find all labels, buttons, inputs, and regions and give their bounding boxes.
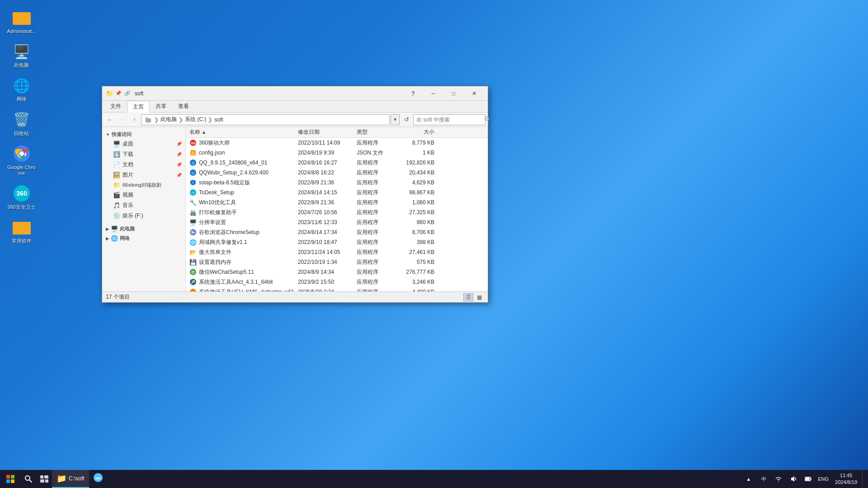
sidebar-thispc-header[interactable]: ▶ 🖥️ 此电脑: [102, 224, 185, 233]
file-name: 系统激活工具HEU_KMS_Activator_v42...: [199, 288, 296, 292]
table-row[interactable]: TD ToDesk_Setup 2024/8/14 14:15 应用程序 98,…: [186, 188, 488, 197]
sidebar-item-downloads[interactable]: ⬇️ 下载 📌: [102, 149, 185, 160]
refresh-button[interactable]: ↺: [401, 114, 412, 125]
view-details-button[interactable]: ☰: [463, 293, 473, 301]
desktop-icon-thispc-label: 此电脑: [14, 62, 29, 68]
help-button[interactable]: ?: [403, 86, 423, 101]
taskbar-item-explorer[interactable]: 📁 C:\soft: [52, 470, 89, 488]
sidebar-item-pictures[interactable]: 🖼️ 图片 📌: [102, 170, 185, 180]
sidebar-item-drivef[interactable]: 💿 娱乐 (F:): [102, 211, 185, 221]
desktop: Administrat... 🖥️ 此电脑 🌐 网络 🗑️ 回收站: [0, 0, 868, 488]
search-box[interactable]: 🔍: [413, 114, 486, 125]
table-row[interactable]: 💾 设置遮挡内存 2022/10/19 1:34 应用程序 575 KB: [186, 257, 488, 267]
hidden-icons-button[interactable]: ▲: [742, 470, 755, 488]
sidebar-item-desktop[interactable]: 🖥️ 桌面 📌: [102, 139, 185, 149]
pin-title-icon: 📌: [115, 90, 122, 97]
taskbar-item-360browser[interactable]: 360: [89, 470, 107, 488]
table-row[interactable]: Q QQWubi_Setup_2.4.629.400 2024/8/8 16:2…: [186, 168, 488, 178]
col-header-name[interactable]: 名称 ▲: [188, 128, 296, 136]
breadcrumb-item-0[interactable]: [144, 116, 153, 123]
table-row[interactable]: 🔑 系统激活工具AAct_4.3.1_64bit 2023/9/2 15:50 …: [186, 277, 488, 287]
file-name: 360驱动大师: [199, 139, 230, 147]
share-title-icon: 🔗: [124, 90, 131, 97]
desktop-icon-chrome[interactable]: Google Chrome: [5, 143, 38, 178]
taskbar: 📁 C:\soft 360 ▲ 中: [0, 470, 868, 488]
file-size-cell: 20,434 KB: [400, 169, 436, 176]
file-size-cell: 192,826 KB: [400, 160, 436, 166]
show-desktop-button[interactable]: [862, 470, 866, 488]
file-date-cell: 2022/8/9 21:36: [296, 179, 355, 186]
minimize-button[interactable]: ─: [423, 86, 443, 101]
table-row[interactable]: 📂 傲大简单文件 2023/11/24 14:05 应用程序 27,461 KB: [186, 247, 488, 257]
task-view-button[interactable]: [36, 470, 52, 488]
taskbar-clock[interactable]: 11:45 2024/8/19: [831, 470, 861, 488]
desktop-icon-360[interactable]: 360 360安全卫士: [5, 183, 38, 212]
forward-button[interactable]: →: [117, 114, 127, 125]
view-large-icons-button[interactable]: ▦: [474, 293, 484, 301]
sidebar-item-videos[interactable]: 🎬 视频: [102, 190, 185, 200]
file-type-cell: 应用程序: [355, 268, 400, 276]
tray-volume-icon[interactable]: [787, 470, 800, 488]
breadcrumb-item-1[interactable]: 此电脑: [160, 116, 178, 123]
close-button[interactable]: ✕: [464, 86, 484, 101]
table-row[interactable]: {} config.json 2024/8/19 9:39 JSON 文件 1 …: [186, 148, 488, 158]
tab-home[interactable]: 主页: [127, 101, 150, 113]
tray-input-icon[interactable]: 中: [757, 470, 770, 488]
table-row[interactable]: Q QQ_9.9.15_240808_x64_01 2024/8/16 16:2…: [186, 158, 488, 168]
360browser-taskbar-icon: 360: [94, 473, 103, 484]
sidebar-thispc-label: 此电脑: [120, 225, 135, 232]
tab-file[interactable]: 文件: [104, 100, 127, 112]
sidebar-network-header[interactable]: ▶ 🌐 网络: [102, 233, 185, 243]
col-header-size[interactable]: 大小: [400, 128, 436, 136]
table-row[interactable]: ★ 系统激活工具HEU_KMS_Activator_v42... 2025/5/…: [186, 287, 488, 291]
sidebar-item-documents[interactable]: 📄 文档 📌: [102, 160, 185, 170]
tray-network-icon[interactable]: [772, 470, 785, 488]
table-row[interactable]: 360 360驱动大师 2022/10/11 14:09 应用程序 8,779 …: [186, 138, 488, 148]
sidebar-quick-access-header[interactable]: ▼ 快速访问: [102, 129, 185, 139]
explorer-window: 📁 📌 🔗 soft ? ─ □ ✕ 文件 主页 共享 查看 ← → ↑: [102, 86, 488, 303]
table-row[interactable]: 🌐 局域网共享修复v1.1 2022/9/10 18:47 应用程序 398 K…: [186, 237, 488, 247]
file-type-cell: 应用程序: [355, 249, 400, 256]
taskbar-search-button[interactable]: [20, 470, 36, 488]
desktop-icon-software[interactable]: 常用软件: [5, 216, 38, 246]
table-row[interactable]: 🖥️ 分辨率设置 2023/11/6 12:33 应用程序 860 KB: [186, 217, 488, 227]
downloads-sidebar-icon: ⬇️: [113, 151, 120, 158]
file-name-cell: Q QQ_9.9.15_240808_x64_01: [188, 159, 296, 166]
network-icon: 🌐: [13, 76, 31, 94]
search-input[interactable]: [416, 117, 484, 123]
videos-sidebar-icon: 🎬: [113, 192, 120, 198]
breadcrumb-item-3[interactable]: soft: [213, 117, 224, 123]
col-header-date[interactable]: 修改日期: [296, 128, 355, 136]
file-date-cell: 2024/7/26 10:56: [296, 209, 355, 216]
network-tray-icon: [775, 476, 782, 482]
file-type-cell: JSON 文件: [355, 149, 400, 157]
start-button[interactable]: [0, 470, 20, 488]
tray-battery-icon[interactable]: [802, 470, 815, 488]
tab-share[interactable]: 共享: [150, 100, 172, 112]
tray-lang-icon[interactable]: ENG: [816, 470, 830, 488]
table-row[interactable]: 微 微信WeChatSetup5.11 2024/8/9 14:34 应用程序 …: [186, 267, 488, 277]
table-row[interactable]: S sstap-beta-8.5稳定版 2022/8/9 21:36 应用程序 …: [186, 178, 488, 188]
address-bar[interactable]: ❯ 此电脑 ❯ 系统 (C:) ❯ soft: [141, 114, 390, 125]
breadcrumb-item-2[interactable]: 系统 (C:): [184, 116, 207, 123]
desktop-icon-recycle[interactable]: 🗑️ 回收站: [5, 109, 38, 138]
col-header-type[interactable]: 类型: [355, 128, 400, 136]
back-button[interactable]: ←: [104, 114, 115, 125]
up-button[interactable]: ↑: [129, 114, 140, 125]
file-type-cell: 应用程序: [355, 209, 400, 216]
desktop-icon-thispc[interactable]: 🖥️ 此电脑: [5, 41, 38, 70]
desktop-icon-network[interactable]: 🌐 网络: [5, 75, 38, 104]
tab-view[interactable]: 查看: [172, 100, 195, 112]
table-row[interactable]: 🔧 Win10优化工具 2022/8/9 21:36 应用程序 1,080 KB: [186, 197, 488, 207]
file-name-cell: 🖨️ 打印机修复助手: [188, 209, 296, 216]
table-row[interactable]: 谷歌浏览器ChromeSetup 2024/8/14 17:34 应用程序 8,…: [186, 227, 488, 237]
table-row[interactable]: 🖨️ 打印机修复助手 2024/7/26 10:56 应用程序 27,325 K…: [186, 207, 488, 217]
maximize-button[interactable]: □: [443, 86, 464, 101]
search-taskbar-icon: [24, 475, 33, 483]
folder-icon-admin: [13, 9, 31, 27]
desktop-icon-administrator[interactable]: Administrat...: [5, 7, 38, 36]
sidebar-item-66[interactable]: 📁 66xitong封端故剧: [102, 180, 185, 190]
sidebar-item-music[interactable]: 🎵 音乐: [102, 200, 185, 211]
address-dropdown-button[interactable]: ▼: [391, 114, 400, 125]
svg-rect-31: [40, 475, 43, 479]
